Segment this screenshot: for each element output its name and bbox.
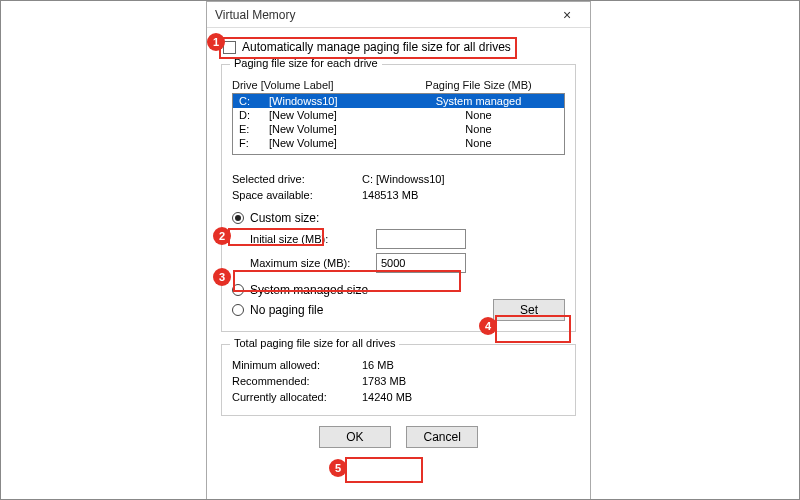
no-paging-radio[interactable]: No paging file: [232, 301, 323, 319]
min-allowed-value: 16 MB: [362, 359, 394, 371]
set-button[interactable]: Set: [493, 299, 565, 321]
selected-drive-value: C: [Windowss10]: [362, 173, 445, 185]
drive-label: [New Volume]: [269, 109, 399, 121]
initial-size-label: Initial size (MB):: [250, 233, 368, 245]
header-size: Paging File Size (MB): [392, 79, 565, 91]
radio-icon: [232, 304, 244, 316]
dialog-buttons: OK Cancel: [221, 426, 576, 448]
initial-size-row: Initial size (MB):: [232, 227, 565, 251]
drive-size: None: [399, 123, 558, 135]
drives-group-title: Paging file size for each drive: [230, 57, 382, 69]
drive-letter: D:: [239, 109, 269, 121]
selected-drive-label: Selected drive:: [232, 173, 362, 185]
selected-drive-row: Selected drive: C: [Windowss10]: [232, 171, 565, 187]
drive-label: [Windowss10]: [269, 95, 399, 107]
auto-manage-label: Automatically manage paging file size fo…: [242, 40, 511, 54]
initial-size-input[interactable]: [376, 229, 466, 249]
drive-size: System managed: [399, 95, 558, 107]
min-allowed-row: Minimum allowed: 16 MB: [232, 357, 565, 373]
maximum-size-label: Maximum size (MB):: [250, 257, 368, 269]
drive-label: [New Volume]: [269, 123, 399, 135]
drive-size: None: [399, 137, 558, 149]
title-bar[interactable]: Virtual Memory ×: [207, 2, 590, 28]
no-paging-label: No paging file: [250, 303, 323, 317]
header-drive: Drive [Volume Label]: [232, 79, 392, 91]
custom-size-radio[interactable]: Custom size:: [232, 209, 565, 227]
system-managed-radio[interactable]: System managed size: [232, 281, 565, 299]
space-available-label: Space available:: [232, 189, 362, 201]
drive-list-header: Drive [Volume Label] Paging File Size (M…: [232, 77, 565, 93]
custom-size-label: Custom size:: [250, 211, 319, 225]
checkbox-icon: [223, 41, 236, 54]
drive-row-f[interactable]: F: [New Volume] None: [233, 136, 564, 150]
ok-button[interactable]: OK: [319, 426, 391, 448]
drive-row-c[interactable]: C: [Windowss10] System managed: [233, 94, 564, 108]
cancel-button[interactable]: Cancel: [406, 426, 478, 448]
currently-allocated-label: Currently allocated:: [232, 391, 362, 403]
drives-groupbox: Paging file size for each drive Drive [V…: [221, 64, 576, 332]
recommended-value: 1783 MB: [362, 375, 406, 387]
recommended-row: Recommended: 1783 MB: [232, 373, 565, 389]
space-available-row: Space available: 148513 MB: [232, 187, 565, 203]
recommended-label: Recommended:: [232, 375, 362, 387]
space-available-value: 148513 MB: [362, 189, 418, 201]
close-icon[interactable]: ×: [552, 7, 582, 23]
drive-letter: F:: [239, 137, 269, 149]
maximum-size-row: Maximum size (MB):: [232, 251, 565, 275]
drive-letter: C:: [239, 95, 269, 107]
totals-groupbox: Total paging file size for all drives Mi…: [221, 344, 576, 416]
virtual-memory-dialog: Virtual Memory × Automatically manage pa…: [206, 1, 591, 500]
dialog-content: Automatically manage paging file size fo…: [207, 28, 590, 458]
dialog-title: Virtual Memory: [215, 8, 295, 22]
radio-icon: [232, 284, 244, 296]
currently-allocated-row: Currently allocated: 14240 MB: [232, 389, 565, 405]
radio-icon: [232, 212, 244, 224]
drive-list[interactable]: C: [Windowss10] System managed D: [New V…: [232, 93, 565, 155]
auto-manage-checkbox[interactable]: Automatically manage paging file size fo…: [221, 38, 576, 56]
drive-size: None: [399, 109, 558, 121]
currently-allocated-value: 14240 MB: [362, 391, 412, 403]
drive-label: [New Volume]: [269, 137, 399, 149]
drive-row-d[interactable]: D: [New Volume] None: [233, 108, 564, 122]
drive-row-e[interactable]: E: [New Volume] None: [233, 122, 564, 136]
maximum-size-input[interactable]: [376, 253, 466, 273]
system-managed-label: System managed size: [250, 283, 368, 297]
min-allowed-label: Minimum allowed:: [232, 359, 362, 371]
totals-group-title: Total paging file size for all drives: [230, 337, 399, 349]
drive-letter: E:: [239, 123, 269, 135]
